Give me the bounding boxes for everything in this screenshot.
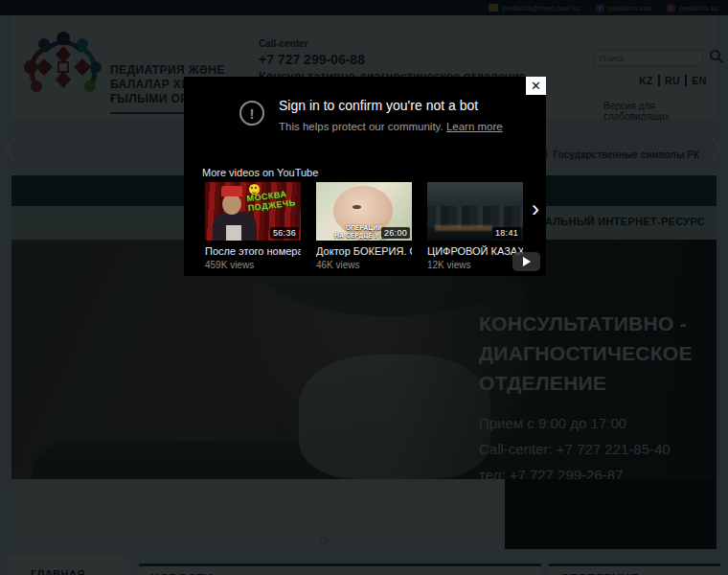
modal-title: Sign in to confirm you're not a bot — [279, 98, 503, 113]
video-title[interactable]: После этого номера пу... — [205, 245, 301, 257]
info-icon: ! — [239, 101, 264, 126]
video-views: 12K views — [427, 260, 523, 270]
close-icon: ✕ — [531, 80, 541, 92]
video-carousel: МОСКВА ПОДЖЕЧЬ 56:36 После этого номера … — [205, 182, 523, 270]
modal-subtitle: This helps protect our community. Learn … — [279, 121, 503, 132]
modal-message-text: Sign in to confirm you're not a bot This… — [279, 98, 503, 132]
thumb2-eye — [353, 205, 361, 209]
video-thumbnail[interactable]: МОСКВА ПОДЖЕЧЬ 56:36 — [205, 182, 301, 241]
info-glyph: ! — [250, 105, 255, 122]
thumb1-shirt — [226, 225, 241, 241]
video-thumbnail[interactable]: 18:41 — [427, 182, 523, 241]
video-card[interactable]: 18:41 ЦИФРОВОЙ КАЗАХСТ... 12K views — [427, 182, 523, 270]
video-card[interactable]: МОСКВА ПОДЖЕЧЬ 56:36 После этого номера … — [205, 182, 301, 270]
video-duration: 26:00 — [381, 227, 410, 239]
carousel-next-button[interactable]: › — [532, 197, 539, 220]
thumb3-skyline — [427, 206, 523, 227]
chevron-right-icon: › — [532, 196, 539, 221]
video-thumbnail[interactable]: ОПЕРАЦИИ НА СЕРДЦЕ У ДЕТ 26:00 — [316, 182, 412, 241]
video-views: 46K views — [316, 260, 412, 270]
modal-close-button[interactable]: ✕ — [526, 77, 546, 95]
video-duration: 56:36 — [270, 227, 299, 239]
video-title[interactable]: ЦИФРОВОЙ КАЗАХСТ... — [427, 245, 523, 257]
play-icon — [523, 257, 531, 266]
thumb1-fez — [221, 186, 242, 196]
video-duration: 18:41 — [492, 227, 521, 239]
thumb3-glow — [435, 225, 492, 231]
youtube-signin-modal: ✕ ! Sign in to confirm you're not a bot … — [184, 77, 546, 276]
thumb1-head — [222, 194, 241, 215]
video-card[interactable]: ОПЕРАЦИИ НА СЕРДЦЕ У ДЕТ 26:00 Доктор БО… — [316, 182, 412, 270]
modal-message: ! Sign in to confirm you're not a bot Th… — [239, 98, 503, 132]
learn-more-link[interactable]: Learn more — [446, 121, 503, 132]
modal-subtitle-text: This helps protect our community. — [279, 121, 444, 132]
youtube-logo-icon[interactable] — [512, 252, 540, 271]
more-videos-label: More videos on YouTube — [202, 167, 318, 178]
video-title[interactable]: Доктор БОКЕРИЯ. Опе... — [316, 245, 412, 257]
video-views: 459K views — [205, 260, 301, 270]
